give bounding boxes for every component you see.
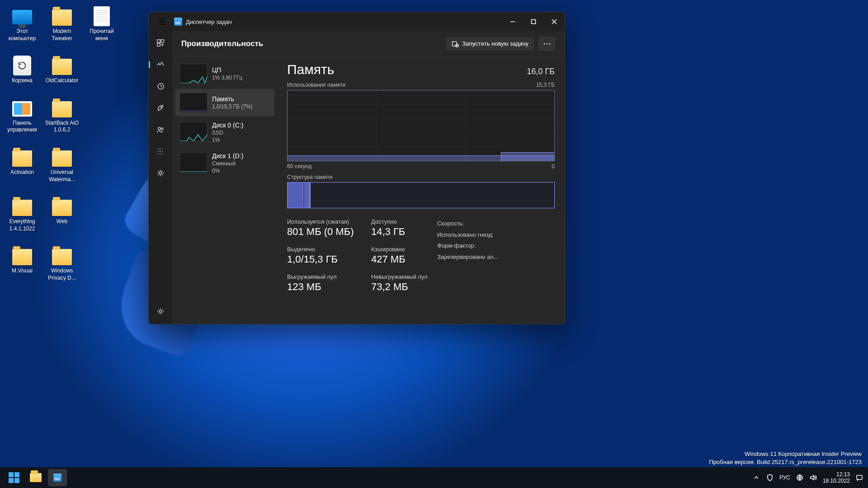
- window-title: Диспетчер задач: [186, 19, 232, 25]
- resource-sparkline: [179, 64, 208, 84]
- memory-composition-chart[interactable]: [287, 182, 555, 208]
- svg-rect-15: [180, 110, 208, 112]
- more-button[interactable]: [538, 37, 556, 51]
- desktop-icon-label: Панель управления: [4, 120, 41, 134]
- nav-performance[interactable]: [151, 56, 170, 74]
- nonpaged-label: Невыгружаемый пул: [371, 273, 430, 280]
- in-use-label: Используется (сжатая): [287, 218, 364, 225]
- windows-watermark: Windows 11 Корпоративная Insider Preview…: [709, 450, 862, 466]
- tray-clock[interactable]: 12:13 18.10.2022: [823, 471, 850, 484]
- desktop-icon[interactable]: M.Visual: [4, 245, 41, 282]
- memory-usage-chart[interactable]: [287, 90, 555, 161]
- content-header: Производительность Запустить новую задач…: [172, 31, 565, 56]
- resource-item[interactable]: Память 1,0/15,3 ГБ (7%): [175, 89, 274, 116]
- nav-settings[interactable]: [151, 302, 170, 320]
- desktop-icon[interactable]: Windows Privacy D...: [43, 245, 80, 282]
- maximize-button[interactable]: [523, 12, 544, 31]
- tray-volume-icon[interactable]: [809, 474, 817, 482]
- nav-details[interactable]: [151, 142, 170, 160]
- desktop-icon-label: Web: [57, 218, 67, 225]
- resource-subtitle: 1% 3,80 ГГц: [212, 75, 242, 81]
- svg-point-14: [549, 43, 551, 44]
- svg-point-5: [160, 107, 162, 108]
- run-task-label: Запустить новую задачу: [462, 40, 528, 47]
- available-value: 14,3 ГБ: [371, 226, 430, 238]
- svg-point-7: [161, 128, 163, 130]
- tray-language[interactable]: РУС: [779, 474, 790, 481]
- resource-subtitle2: 0%: [212, 168, 243, 174]
- usage-max: 15,3 ГБ: [536, 82, 555, 88]
- desktop-icon[interactable]: Web: [43, 196, 80, 232]
- desktop-icon[interactable]: Universal Waterma...: [43, 146, 80, 183]
- desktop-icon[interactable]: Этот компьютер: [4, 5, 41, 42]
- nav-app-history[interactable]: [151, 77, 170, 95]
- tray-chevron-icon[interactable]: [752, 474, 760, 482]
- resource-sparkline: [179, 122, 208, 141]
- resource-subtitle: 1,0/15,3 ГБ (7%): [212, 103, 253, 110]
- resource-name: Диск 1 (D:): [212, 152, 243, 160]
- svg-rect-1: [157, 40, 160, 42]
- tray-notifications-icon[interactable]: [855, 474, 863, 482]
- desktop-icon-label: Этот компьютер: [4, 28, 41, 42]
- titlebar[interactable]: Диспетчер задач: [149, 12, 565, 31]
- resource-sparkline: [179, 152, 208, 172]
- committed-value: 1,0/15,3 ГБ: [287, 253, 364, 265]
- tray-security-icon[interactable]: [766, 474, 774, 482]
- resource-name: Память: [212, 95, 253, 103]
- committed-label: Выделено: [287, 246, 364, 253]
- paged-label: Выгружаемый пул: [287, 273, 364, 280]
- minimize-button[interactable]: [502, 12, 523, 31]
- svg-point-6: [158, 127, 160, 130]
- desktop-icon-label: Корзина: [12, 77, 33, 84]
- resource-subtitle: SSD: [212, 130, 243, 136]
- desktop-icon[interactable]: Modern Tweaker: [43, 5, 80, 42]
- desktop-icon[interactable]: OldCalculator: [43, 55, 80, 84]
- desktop-icon[interactable]: Панель управления: [4, 97, 41, 134]
- composition-label: Структура памяти: [287, 174, 555, 180]
- svg-rect-0: [532, 20, 536, 24]
- paged-value: 123 МБ: [287, 281, 364, 293]
- taskbar-taskmanager[interactable]: [48, 469, 67, 486]
- desktop-icon[interactable]: Корзина: [4, 55, 41, 84]
- tray-network-icon[interactable]: [796, 474, 804, 482]
- nav-processes[interactable]: [151, 34, 170, 52]
- desktop-icon-label: Прочитай меня: [83, 28, 120, 42]
- axis-right: 0: [552, 163, 555, 169]
- svg-rect-3: [157, 43, 160, 46]
- close-button[interactable]: [544, 12, 565, 31]
- resource-name: ЦП: [212, 66, 242, 74]
- resource-name: Диск 0 (C:): [212, 122, 243, 129]
- desktop-icon-label: Everything 1.4.1.1022: [4, 218, 41, 232]
- desktop-icon[interactable]: Everything 1.4.1.1022: [4, 196, 41, 232]
- taskbar-explorer[interactable]: [26, 469, 45, 486]
- in-use-value: 801 МБ (0 МБ): [287, 226, 364, 238]
- desktop-icon[interactable]: StartBack AiO 1.0.6.2: [43, 97, 80, 134]
- desktop-icon-label: Modern Tweaker: [43, 28, 80, 42]
- usage-label: Использование памяти: [287, 82, 345, 88]
- svg-rect-10: [452, 42, 457, 46]
- available-label: Доступно: [371, 218, 430, 225]
- desktop-icon[interactable]: Прочитай меня: [83, 5, 120, 42]
- hamburger-button[interactable]: [153, 12, 172, 31]
- start-button[interactable]: [5, 469, 24, 486]
- svg-point-8: [159, 172, 161, 174]
- nav-users[interactable]: [151, 121, 170, 139]
- detail-title: Память: [287, 62, 335, 77]
- desktop-icon[interactable]: Activation: [4, 146, 41, 183]
- nav-services[interactable]: [151, 164, 170, 182]
- axis-left: 60 секунд: [287, 163, 311, 169]
- resource-item[interactable]: Диск 1 (D:) Сменный 0%: [175, 149, 274, 178]
- speed-label: Скорость:: [437, 218, 528, 230]
- svg-rect-2: [161, 40, 164, 42]
- reserved-label: Зарезервировано ап...: [437, 252, 528, 263]
- resource-item[interactable]: Диск 0 (C:) SSD 1%: [175, 118, 274, 147]
- formfactor-label: Форм-фактор:: [437, 240, 528, 252]
- run-new-task-button[interactable]: Запустить новую задачу: [446, 38, 534, 50]
- cached-label: Кэшировано: [371, 246, 430, 253]
- resource-item[interactable]: ЦП 1% 3,80 ГГц: [175, 60, 274, 87]
- desktop-icon-label: StartBack AiO 1.0.6.2: [43, 120, 80, 134]
- desktop-icon-label: M.Visual: [12, 267, 33, 275]
- nav-startup[interactable]: [151, 99, 170, 117]
- svg-point-13: [547, 43, 548, 44]
- desktop-icon-label: Universal Waterma...: [43, 169, 80, 183]
